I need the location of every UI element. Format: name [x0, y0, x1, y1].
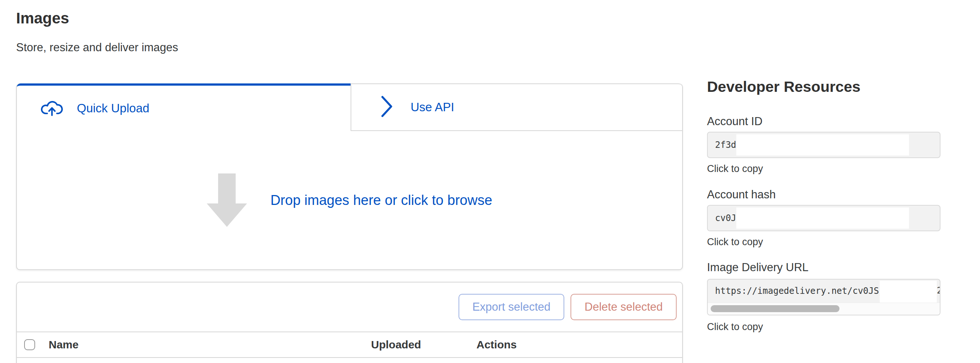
- column-header-uploaded: Uploaded: [371, 332, 421, 357]
- dropzone-label: Drop images here or click to browse: [270, 193, 492, 208]
- down-arrow-icon: [207, 174, 247, 227]
- chevron-right-icon: [380, 95, 393, 119]
- page-title: Images: [16, 10, 69, 27]
- tab-quick-upload-label: Quick Upload: [77, 101, 149, 115]
- tab-use-api-label: Use API: [410, 100, 454, 114]
- column-header-name: Name: [49, 332, 79, 357]
- delete-selected-button[interactable]: Delete selected: [571, 294, 677, 320]
- table-header-row: Name Uploaded Actions: [17, 331, 682, 358]
- page-subtitle: Store, resize and deliver images: [16, 41, 178, 54]
- image-table-panel: Export selected Delete selected Name Upl…: [16, 282, 683, 363]
- image-dropzone[interactable]: Drop images here or click to browse: [17, 131, 682, 269]
- image-delivery-url-copy-hint: Click to copy: [707, 321, 763, 333]
- tab-use-api[interactable]: Use API: [351, 83, 682, 131]
- export-selected-button[interactable]: Export selected: [458, 294, 565, 320]
- account-hash-label: Account hash: [707, 188, 776, 201]
- url-clipped-fragment: 2: [937, 285, 940, 299]
- image-delivery-url-value: https://imagedelivery.net/cv0JSj: [715, 280, 884, 302]
- account-hash-field[interactable]: cv0J: [707, 205, 940, 231]
- account-id-value: 2f3d: [715, 140, 736, 150]
- select-all-checkbox[interactable]: [24, 339, 35, 350]
- developer-resources-panel: Developer Resources Account ID 2f3d Clic…: [707, 78, 940, 363]
- account-hash-value: cv0J: [715, 213, 736, 223]
- upload-panel: Quick Upload Use API Drop images here or…: [16, 83, 683, 270]
- cloud-upload-icon: [40, 99, 64, 118]
- column-header-actions: Actions: [476, 332, 517, 357]
- tab-quick-upload[interactable]: Quick Upload: [17, 83, 351, 131]
- table-actions-row: Export selected Delete selected: [17, 282, 682, 331]
- account-id-field[interactable]: 2f3d: [707, 132, 940, 158]
- redaction-overlay: [880, 281, 937, 303]
- horizontal-scrollbar: [708, 302, 940, 315]
- developer-resources-title: Developer Resources: [707, 78, 860, 96]
- image-delivery-url-field[interactable]: https://imagedelivery.net/cv0JSj 2: [707, 279, 940, 315]
- account-id-label: Account ID: [707, 115, 763, 128]
- image-delivery-url-label: Image Delivery URL: [707, 261, 808, 274]
- account-hash-copy-hint: Click to copy: [707, 236, 763, 248]
- redaction-overlay: [736, 134, 909, 156]
- horizontal-scrollbar-thumb[interactable]: [711, 305, 840, 312]
- redaction-overlay: [736, 207, 909, 229]
- account-id-copy-hint: Click to copy: [707, 163, 763, 175]
